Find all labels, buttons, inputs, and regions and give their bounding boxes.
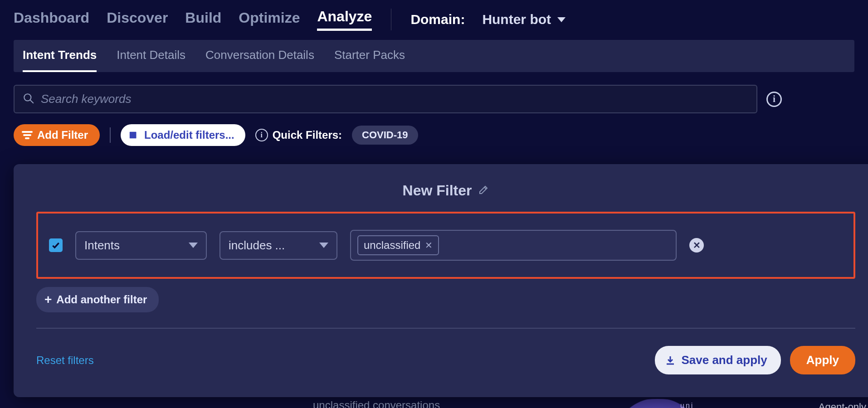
search-input[interactable] — [41, 92, 748, 106]
filter-field-select[interactable]: Intents — [75, 231, 207, 260]
edit-icon[interactable] — [478, 182, 489, 199]
plus-icon: + — [44, 292, 52, 307]
quick-filters-label: Quick Filters: — [273, 129, 342, 141]
tab-intent-details[interactable]: Intent Details — [117, 40, 185, 72]
reset-filters-link[interactable]: Reset filters — [36, 354, 94, 367]
domain-value: Hunter bot — [482, 12, 551, 27]
background-chart-label: unj — [680, 402, 694, 408]
domain-label: Domain: — [410, 12, 465, 27]
quick-filters-section: i Quick Filters: — [255, 129, 342, 141]
tab-conversation-details[interactable]: Conversation Details — [205, 40, 314, 72]
filter-value-tag: unclassified ✕ — [357, 235, 439, 255]
background-chart-fragment — [599, 399, 717, 408]
chevron-down-icon — [319, 243, 328, 248]
remove-filter-row-button[interactable]: ✕ — [689, 238, 704, 253]
info-icon[interactable]: i — [766, 92, 782, 107]
nav-optimize[interactable]: Optimize — [239, 10, 300, 30]
filter-field-value: Intents — [84, 238, 120, 253]
tab-starter-packs[interactable]: Starter Packs — [334, 40, 405, 72]
subtabs: Intent Trends Intent Details Conversatio… — [14, 40, 854, 72]
filter-row-highlighted: Intents includes ... unclassified ✕ ✕ — [36, 212, 855, 279]
filter-panel-title: New Filter — [403, 182, 472, 199]
search-row: i — [14, 85, 854, 113]
quick-filter-chip[interactable]: COVID-19 — [352, 126, 418, 145]
svg-point-0 — [24, 94, 31, 101]
add-filter-button[interactable]: Add Filter — [14, 124, 100, 146]
load-edit-filters-button[interactable]: Load/edit filters... — [121, 124, 245, 146]
save-label: Save and apply — [681, 353, 767, 367]
background-unclassified-text: unclassified conversations — [313, 399, 440, 408]
info-icon[interactable]: i — [255, 129, 268, 141]
tab-intent-trends[interactable]: Intent Trends — [23, 40, 97, 72]
tag-remove-icon[interactable]: ✕ — [425, 240, 433, 251]
filter-row-checkbox[interactable] — [49, 238, 63, 252]
svg-line-1 — [30, 100, 34, 103]
load-edit-label: Load/edit filters... — [144, 129, 234, 141]
bookmark-star-icon — [129, 130, 139, 140]
tag-label: unclassified — [364, 239, 420, 252]
chevron-down-icon — [189, 243, 198, 248]
filter-operator-select[interactable]: includes ... — [219, 231, 337, 260]
filter-operator-value: includes ... — [229, 238, 285, 253]
filter-panel-title-row: New Filter — [36, 182, 855, 199]
nav-analyze[interactable]: Analyze — [317, 8, 372, 31]
filter-value-input[interactable]: unclassified ✕ — [350, 230, 677, 261]
save-and-apply-button[interactable]: Save and apply — [655, 346, 780, 374]
toolbar-divider — [110, 127, 111, 143]
download-icon — [665, 355, 676, 366]
filter-panel: New Filter Intents includes ... unclassi… — [14, 164, 868, 397]
apply-button[interactable]: Apply — [790, 346, 855, 374]
filter-toolbar: Add Filter Load/edit filters... i Quick … — [14, 124, 854, 146]
nav-discover[interactable]: Discover — [107, 10, 168, 30]
filter-icon — [22, 131, 33, 139]
chevron-down-icon — [557, 17, 566, 22]
search-box[interactable] — [14, 85, 757, 113]
top-nav: Dashboard Discover Build Optimize Analyz… — [0, 0, 868, 35]
add-another-label: Add another filter — [56, 293, 147, 306]
panel-divider — [36, 328, 855, 329]
nav-build[interactable]: Build — [185, 10, 221, 30]
nav-dashboard[interactable]: Dashboard — [14, 10, 89, 30]
search-icon — [23, 92, 34, 106]
domain-selector[interactable]: Hunter bot — [482, 12, 566, 27]
panel-actions: Reset filters Save and apply Apply — [36, 346, 855, 374]
add-another-filter-button[interactable]: + Add another filter — [36, 287, 159, 312]
add-filter-label: Add Filter — [37, 129, 88, 141]
nav-divider — [391, 9, 391, 30]
